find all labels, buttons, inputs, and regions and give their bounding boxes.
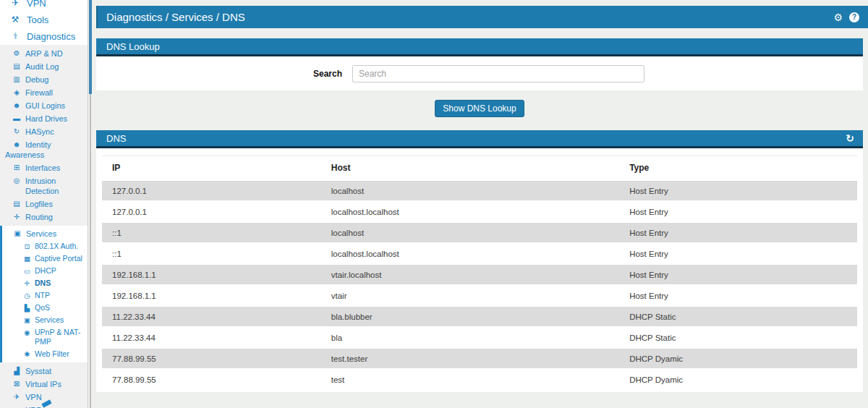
network-nodes-icon: ⊡ xyxy=(22,242,32,251)
sitemap-icon: ⊞ xyxy=(12,163,22,173)
column-header-type: Type xyxy=(619,156,857,181)
sidebar-item-debug[interactable]: ▥ Debug xyxy=(0,73,88,86)
scrollbar-thumb[interactable] xyxy=(89,0,92,94)
breadcrumb-bar: Diagnostics / Services / DNS ⚙ ? xyxy=(96,6,868,28)
dns-panel-header: DNS ↻ xyxy=(96,130,863,148)
cell-host: test.tester xyxy=(321,348,619,369)
cell-type: Host Entry xyxy=(619,264,857,285)
sidebar-item-hard-drives[interactable]: ▬ Hard Drives xyxy=(0,112,88,125)
cell-ip: 192.168.1.1 xyxy=(102,285,321,306)
sync-icon: ↻ xyxy=(12,127,22,137)
sidebar-scrollbar[interactable] xyxy=(88,0,93,408)
image-icon: ▦ xyxy=(22,254,32,263)
plane-icon: ✈ xyxy=(9,0,22,9)
sidebar-item-services[interactable]: ▣ Services xyxy=(2,314,88,326)
column-header-ip: IP xyxy=(102,156,321,181)
table-row: 77.88.99.55test.testerDHCP Dyamic xyxy=(102,348,857,369)
cell-host: localhost xyxy=(321,180,619,201)
sidebar-item-upnp-nat-pmp[interactable]: ◉ UPnP & NAT-PMP xyxy=(2,326,88,348)
file-text-icon: ▤ xyxy=(12,199,22,209)
cell-ip: 77.88.99.55 xyxy=(102,348,321,369)
main-content: Diagnostics / Services / DNS ⚙ ? DNS Loo… xyxy=(93,0,868,408)
dns-panel: DNS ↻ IPHostType 127.0.0.1localhostHost … xyxy=(96,130,863,394)
cell-host: vtair xyxy=(321,285,619,306)
sidebar: ✈ VPN ⚒ Tools ⚕ Diagnostics ⚙ ARP & ND ▤… xyxy=(0,0,88,408)
table-row: 192.168.1.1vtair.localhostHost Entry xyxy=(102,264,857,285)
dns-lookup-body: Search xyxy=(96,56,863,90)
cell-ip: 127.0.0.1 xyxy=(102,201,321,222)
sidebar-item-firewall[interactable]: ◈ Firewall xyxy=(0,86,88,99)
table-row: 127.0.0.1localhostHost Entry xyxy=(102,180,857,201)
cell-type: DHCP Static xyxy=(619,327,857,348)
sidebar-item-audit-log[interactable]: ▤ Audit Log xyxy=(0,60,88,73)
dns-table: IPHostType 127.0.0.1localhostHost Entry1… xyxy=(102,156,857,390)
plane-icon: ✈ xyxy=(12,392,22,402)
cell-host: bla.blubber xyxy=(321,306,619,327)
refresh-icon[interactable]: ↻ xyxy=(846,132,854,144)
gear-icon: ⚙ xyxy=(12,48,22,59)
table-header-row: IPHostType xyxy=(102,156,857,181)
sidebar-item-vpn[interactable]: ✈ VPN xyxy=(0,0,88,12)
sidebar-item-services[interactable]: ▣ Services xyxy=(2,227,88,240)
sidebar-item-dns[interactable]: ✛ DNS xyxy=(2,277,88,289)
user-circle-icon: ☻ xyxy=(12,101,22,111)
sidebar-item-captive-portal[interactable]: ▦ Captive Portal xyxy=(2,252,88,265)
cell-type: DHCP Dyamic xyxy=(619,369,857,390)
sidebar-bottom-items: ▟ Sysstat ⊠ Virtual IPs ✈ VPN ◒ XDP xyxy=(0,362,88,408)
dns-lookup-title: DNS Lookup xyxy=(106,41,160,52)
move-arrows-icon: ✛ xyxy=(22,279,32,288)
breadcrumb: Diagnostics / Services / DNS xyxy=(106,11,245,23)
sidebar-item-identity-awareness[interactable]: ☻ Identity Awareness xyxy=(0,138,88,161)
sidebar-item-tools[interactable]: ⚒ Tools xyxy=(0,12,88,28)
sidebar-item-ntp[interactable]: ◷ NTP xyxy=(2,289,88,302)
cell-type: Host Entry xyxy=(619,222,857,243)
cell-type: DHCP Static xyxy=(619,306,857,327)
sidebar-item-dhcp[interactable]: ▭ DHCP xyxy=(2,265,88,277)
services-sub-items: ⊡ 802.1X Auth. ▦ Captive Portal ▭ DHCP ✛… xyxy=(2,240,88,360)
lookup-button-row: Show DNS Lookup xyxy=(96,96,863,121)
sidebar-item-intrusion-detection[interactable]: ◎ Intrusion Detection xyxy=(0,174,88,197)
tools-icon: ⚒ xyxy=(9,14,22,25)
target-icon: ◎ xyxy=(12,176,22,186)
table-row: 77.88.99.55testDHCP Dyamic xyxy=(102,369,857,390)
cell-host: localhost.localhost xyxy=(321,243,619,264)
sidebar-item-logfiles[interactable]: ▤ Logfiles xyxy=(0,197,88,211)
sidebar-item-web-filter[interactable]: ✱ Web Filter xyxy=(2,348,88,360)
briefcase-icon: ▣ xyxy=(22,315,32,325)
cell-type: Host Entry xyxy=(619,285,857,306)
table-row: ::1localhostHost Entry xyxy=(102,222,857,243)
table-row: 192.168.1.1vtairHost Entry xyxy=(102,285,857,306)
sidebar-item-gui-logins[interactable]: ☻ GUI Logins xyxy=(0,99,88,112)
search-input[interactable] xyxy=(352,65,644,82)
sidebar-item-routing[interactable]: ✛ Routing xyxy=(0,211,88,224)
sidebar-item-hasync[interactable]: ↻ HASync xyxy=(0,125,88,138)
cell-type: Host Entry xyxy=(619,201,857,222)
cell-host: bla xyxy=(321,327,619,348)
sidebar-item-qos[interactable]: ▙ QoS xyxy=(2,302,88,314)
tachometer-icon: ◒ xyxy=(12,405,22,408)
column-header-host: Host xyxy=(321,156,619,181)
diagnostics-section-items: ⚙ ARP & ND ▤ Audit Log ▥ Debug ◈ Firewal… xyxy=(0,45,88,226)
virtual-ip-icon: ⊠ xyxy=(12,379,22,389)
sidebar-item-sysstat[interactable]: ▟ Sysstat xyxy=(0,365,88,378)
dns-panel-title: DNS xyxy=(106,133,126,144)
sidebar-item-diagnostics[interactable]: ⚕ Diagnostics xyxy=(0,28,88,45)
cell-type: DHCP Dyamic xyxy=(619,348,857,369)
cell-type: Host Entry xyxy=(619,180,857,201)
sidebar-item-virtual-ips[interactable]: ⊠ Virtual IPs xyxy=(0,378,88,391)
table-row: 127.0.0.1localhost.localhostHost Entry xyxy=(102,201,857,222)
file-text-icon: ▤ xyxy=(12,61,22,72)
cell-ip: 11.22.33.44 xyxy=(102,306,321,327)
help-icon[interactable]: ? xyxy=(849,12,859,22)
cell-host: localhost xyxy=(321,222,619,243)
gear-icon[interactable]: ⚙ xyxy=(833,12,843,23)
dns-lookup-panel-header: DNS Lookup xyxy=(96,38,863,56)
dns-lookup-panel: DNS Lookup Search xyxy=(96,38,863,90)
cell-ip: 127.0.0.1 xyxy=(102,180,321,201)
show-dns-lookup-button[interactable]: Show DNS Lookup xyxy=(435,100,524,117)
sidebar-item-802-1x-auth[interactable]: ⊡ 802.1X Auth. xyxy=(2,240,88,252)
cell-host: localhost.localhost xyxy=(321,201,619,222)
cell-ip: ::1 xyxy=(102,222,321,243)
sidebar-item-interfaces[interactable]: ⊞ Interfaces xyxy=(0,161,88,174)
sidebar-item-arp-nd[interactable]: ⚙ ARP & ND xyxy=(0,47,88,60)
